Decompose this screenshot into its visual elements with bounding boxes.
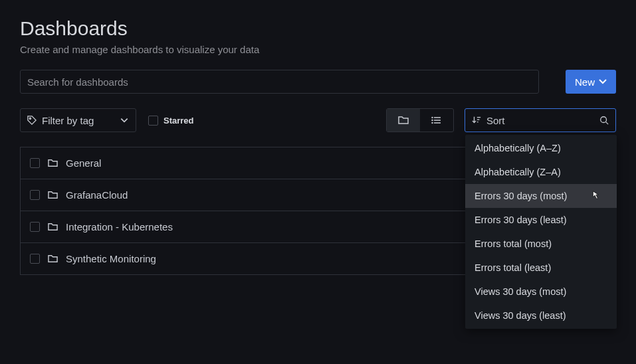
starred-filter[interactable]: Starred bbox=[148, 116, 194, 126]
tag-filter[interactable]: Filter by tag bbox=[20, 108, 136, 132]
folder-name: General bbox=[66, 157, 101, 169]
folder-name: Synthetic Monitoring bbox=[66, 253, 156, 264]
sort-option[interactable]: Views 30 days (least) bbox=[465, 304, 617, 327]
sort-option[interactable]: Alphabetically (Z–A) bbox=[465, 160, 617, 184]
folder-name: GrafanaCloud bbox=[66, 189, 128, 201]
row-checkbox[interactable] bbox=[30, 190, 40, 200]
view-list-button[interactable] bbox=[420, 109, 453, 132]
sort-label: Sort bbox=[486, 115, 505, 126]
sort-dropdown[interactable]: Sort Alphabetically (A–Z)Alphabetically … bbox=[465, 108, 616, 132]
tag-filter-label: Filter by tag bbox=[42, 115, 94, 126]
sort-option[interactable]: Views 30 days (most) bbox=[465, 280, 617, 304]
sort-icon bbox=[472, 116, 481, 125]
search-icon bbox=[599, 116, 609, 125]
row-checkbox[interactable] bbox=[30, 158, 40, 168]
svg-point-0 bbox=[29, 118, 31, 119]
toolbar-row: Filter by tag Starred Sort Alphabeticall… bbox=[20, 108, 616, 132]
chevron-down-icon bbox=[120, 116, 129, 125]
sort-option[interactable]: Errors total (most) bbox=[465, 232, 617, 256]
starred-label: Starred bbox=[163, 116, 194, 126]
chevron-down-icon bbox=[599, 78, 607, 86]
folder-name: Integration - Kubernetes bbox=[66, 221, 173, 232]
search-input[interactable] bbox=[20, 70, 539, 94]
tag-icon bbox=[27, 116, 37, 125]
folder-icon bbox=[48, 158, 58, 168]
list-icon bbox=[431, 115, 442, 126]
sort-option[interactable]: Errors 30 days (most) bbox=[465, 184, 617, 208]
svg-line-11 bbox=[606, 122, 609, 125]
page-title: Dashboards bbox=[20, 17, 616, 40]
svg-point-4 bbox=[432, 118, 433, 118]
cursor-pointer-icon bbox=[590, 191, 599, 200]
sort-option[interactable]: Alphabetically (A–Z) bbox=[465, 136, 617, 160]
search-row: New bbox=[20, 70, 616, 94]
new-button-label: New bbox=[575, 76, 595, 88]
sort-menu: Alphabetically (A–Z)Alphabetically (Z–A)… bbox=[465, 135, 617, 329]
folder-icon bbox=[48, 254, 58, 264]
svg-point-5 bbox=[432, 120, 433, 121]
view-toggle bbox=[386, 108, 454, 132]
row-checkbox[interactable] bbox=[30, 254, 40, 264]
sort-option[interactable]: Errors 30 days (least) bbox=[465, 208, 617, 232]
folder-icon bbox=[48, 190, 58, 200]
view-folders-button[interactable] bbox=[387, 109, 420, 132]
new-button[interactable]: New bbox=[566, 70, 616, 94]
starred-checkbox[interactable] bbox=[148, 116, 158, 126]
page-subtitle: Create and manage dashboards to visualiz… bbox=[20, 44, 616, 55]
svg-point-6 bbox=[432, 123, 433, 124]
svg-point-10 bbox=[601, 117, 607, 123]
row-checkbox[interactable] bbox=[30, 222, 40, 232]
folder-icon bbox=[398, 115, 409, 126]
sort-option[interactable]: Errors total (least) bbox=[465, 256, 617, 280]
folder-icon bbox=[48, 222, 58, 232]
